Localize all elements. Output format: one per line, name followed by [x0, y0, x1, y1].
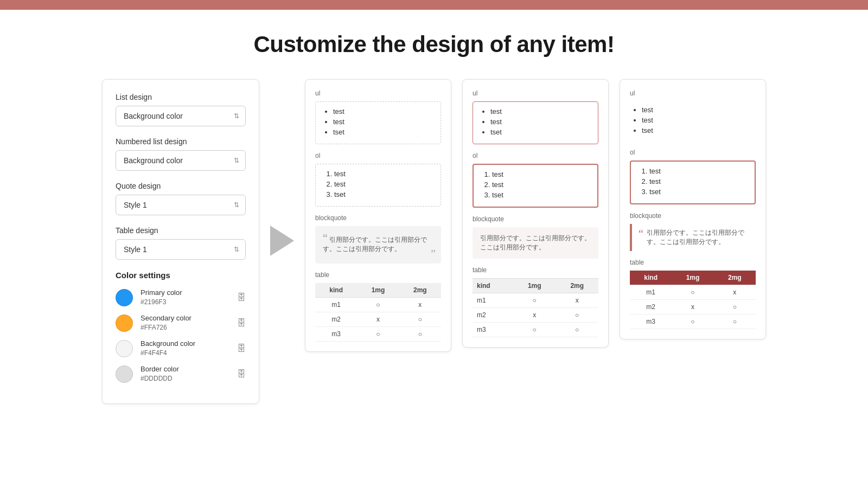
preview3-ul-tag: ul	[630, 89, 756, 97]
table-row: m3 ○ ○	[473, 323, 598, 337]
preview2-ul-list: test test tset	[481, 107, 590, 136]
primary-color-row: Primary color #2196F3 🗄	[116, 288, 246, 306]
quote-design-select[interactable]: Style 1 Style 2 Background color	[116, 195, 246, 215]
table-cell: ○	[399, 327, 441, 342]
table-cell: ○	[556, 308, 598, 323]
preview1-ol-box: test test tset	[315, 164, 441, 207]
table-row: m2 x ○	[315, 312, 441, 327]
border-color-hex: #DDDDDD	[141, 375, 173, 382]
list-item: test	[492, 170, 590, 178]
list-item: tset	[334, 190, 433, 198]
table-header: kind	[473, 279, 513, 293]
background-color-name: Background color	[141, 339, 237, 348]
table-cell: x	[714, 285, 756, 300]
close-quote-icon: ”	[431, 248, 436, 260]
preview3-ul-list: test test tset	[632, 106, 754, 134]
list-item: tset	[642, 126, 754, 134]
preview3-table: kind 1mg 2mg m1 ○ x m2 x ○	[630, 271, 756, 329]
background-color-swatch[interactable]	[116, 340, 133, 357]
list-item: test	[333, 118, 433, 126]
background-color-icon[interactable]: 🗄	[237, 344, 246, 354]
table-cell: ○	[672, 285, 713, 300]
list-item: tset	[333, 128, 433, 136]
border-color-info: Border color #DDDDDD	[141, 365, 237, 383]
table-cell: m2	[473, 308, 513, 323]
border-color-swatch[interactable]	[116, 365, 133, 383]
secondary-color-swatch[interactable]	[116, 314, 133, 332]
preview2-ul-tag: ul	[473, 89, 598, 97]
list-design-group: List design Background color Style 1 Sty…	[116, 93, 246, 126]
numbered-list-design-group: Numbered list design Background color St…	[116, 137, 246, 171]
secondary-color-icon[interactable]: 🗄	[237, 318, 246, 328]
secondary-color-info: Secondary color #FFA726	[141, 314, 237, 332]
border-color-icon[interactable]: 🗄	[237, 369, 246, 379]
list-item: tset	[649, 188, 747, 196]
preview3-ol-box: test test tset	[630, 160, 756, 204]
table-header: 2mg	[714, 271, 756, 285]
primary-color-name: Primary color	[141, 288, 237, 297]
table-row: m1 ○ x	[473, 293, 598, 308]
preview1-ul-box: test test tset	[315, 101, 441, 144]
table-cell: x	[672, 300, 713, 314]
table-cell: x	[399, 298, 441, 312]
table-header: 2mg	[399, 283, 441, 298]
background-color-hex: #F4F4F4	[141, 349, 167, 357]
table-cell: m3	[630, 314, 672, 329]
preview2-ol-tag: ol	[473, 152, 598, 159]
table-cell: ○	[672, 314, 713, 329]
table-cell: ○	[714, 300, 756, 314]
table-row: m1 ○ x	[630, 285, 756, 300]
preview2-bq-box: 引用部分です。ここは引用部分です。ここは引用部分です。	[473, 227, 598, 259]
list-item: test	[642, 116, 754, 124]
top-bar	[0, 0, 868, 10]
arrow-col	[270, 79, 294, 256]
border-color-name: Border color	[141, 365, 237, 373]
preview1-bq-tag: blockquote	[315, 214, 441, 222]
table-cell: m3	[315, 327, 357, 342]
table-row: m2 x ○	[473, 308, 598, 323]
list-item: test	[490, 107, 590, 115]
table-header: 1mg	[513, 279, 556, 293]
numbered-list-design-select[interactable]: Background color Style 1 Style 2	[116, 150, 246, 171]
table-row: m2 x ○	[630, 300, 756, 314]
border-color-row: Border color #DDDDDD 🗄	[116, 365, 246, 383]
background-color-row: Background color #F4F4F4 🗄	[116, 339, 246, 357]
list-item: tset	[492, 191, 590, 199]
preview2-ul-box: test test tset	[473, 101, 598, 144]
page-title: Customize the design of any item!	[11, 31, 857, 57]
preview-panel-1: ul test test tset ol test test tset bloc…	[305, 79, 451, 352]
preview1-ul-tag: ul	[315, 89, 441, 97]
preview1-bq-box: “ 引用部分です。ここは引用部分です。ここは引用部分です。 ”	[315, 226, 441, 264]
table-design-select[interactable]: Style 1 Style 2 Background color	[116, 239, 246, 260]
table-cell: m3	[473, 323, 513, 337]
preview1-table-tag: table	[315, 271, 441, 279]
preview2-ol-box: test test tset	[473, 164, 598, 208]
table-cell: x	[357, 312, 399, 327]
list-design-select[interactable]: Background color Style 1 Style 2	[116, 106, 246, 126]
table-design-select-wrapper: Style 1 Style 2 Background color	[116, 239, 246, 260]
preview1-bq-text: 引用部分です。ここは引用部分です。ここは引用部分です。	[323, 236, 427, 253]
table-cell: x	[556, 293, 598, 308]
preview-panel-2: ul test test tset ol test test tset bloc…	[462, 79, 609, 348]
preview-panel-3: ul test test tset ol test test tset bloc…	[620, 79, 766, 339]
primary-color-icon[interactable]: 🗄	[237, 293, 246, 303]
table-cell: m1	[630, 285, 672, 300]
table-design-label: Table design	[116, 226, 246, 235]
table-header: kind	[315, 283, 357, 298]
table-cell: x	[513, 308, 556, 323]
table-cell: m2	[630, 300, 672, 314]
table-cell: ○	[399, 312, 441, 327]
preview1-ol-list: test test tset	[323, 170, 433, 198]
quote-design-label: Quote design	[116, 182, 246, 190]
table-row: m3 ○ ○	[315, 327, 441, 342]
table-design-group: Table design Style 1 Style 2 Background …	[116, 226, 246, 260]
quote-design-group: Quote design Style 1 Style 2 Background …	[116, 182, 246, 215]
secondary-color-name: Secondary color	[141, 314, 237, 322]
open-quote-icon: “	[323, 232, 328, 244]
primary-color-swatch[interactable]	[116, 289, 133, 306]
primary-color-info: Primary color #2196F3	[141, 288, 237, 306]
panels-row: List design Background color Style 1 Sty…	[11, 79, 857, 404]
secondary-color-hex: #FFA726	[141, 324, 167, 331]
list-item: test	[490, 118, 590, 126]
table-cell: m1	[315, 298, 357, 312]
